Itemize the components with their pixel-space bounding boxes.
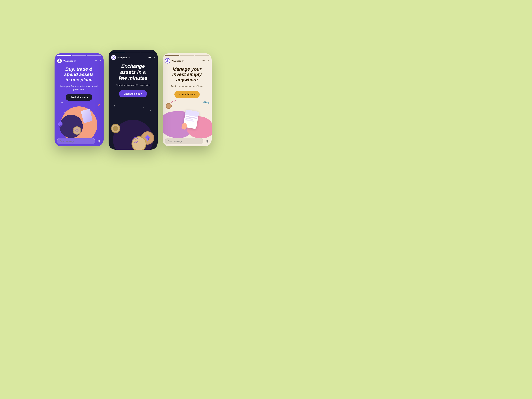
avatar-left (57, 58, 62, 63)
svg-text:₿: ₿ (76, 130, 77, 132)
close-right[interactable]: × (208, 59, 209, 62)
subtitle-center: Started to discover 100+ currencies (113, 83, 154, 87)
username-right: Walspace (171, 60, 182, 62)
cta-right[interactable]: Check this out (174, 91, 200, 98)
progress-bar-3 (87, 55, 101, 56)
title-center: Exchangeassets in afew minutes (113, 63, 154, 81)
svg-rect-2 (59, 61, 60, 61)
svg-text:₿: ₿ (135, 139, 136, 142)
svg-rect-20 (167, 61, 168, 61)
progress-bar-r3 (195, 55, 209, 56)
progress-bar-c1 (111, 52, 125, 52)
progress-bars-left (55, 53, 104, 56)
dots-left[interactable]: ••• (94, 59, 97, 62)
dots-right[interactable]: ••• (202, 59, 205, 62)
story-header-left: Walspace 1h ••• × (55, 57, 104, 64)
send-icon-left[interactable] (97, 139, 101, 144)
title-right: Manage yourinvest simplyanywhere (167, 66, 208, 83)
tool-icon: 🔧 (202, 99, 210, 106)
svg-marker-9 (98, 140, 100, 142)
send-input-left[interactable] (57, 138, 95, 144)
content-center: Exchangeassets in afew minutes Started t… (108, 63, 158, 97)
illustration-center: ₿ ✦ ✦ ✦ (108, 103, 158, 150)
username-left: Walspace (63, 60, 74, 62)
sparkle-c1: ✦ (114, 105, 115, 107)
content-right: Manage yourinvest simplyanywhere Track c… (163, 66, 212, 98)
illustration-right: 🔧 (163, 98, 212, 138)
coin-roll-center (111, 124, 120, 133)
title-left-bold: Buy, trade (65, 66, 88, 72)
story-header-right: Walspace 1h ••• × (163, 57, 212, 64)
title-left: Buy, trade &spend assetsin one place (58, 66, 100, 83)
arrow-deco: ⤴ (96, 103, 100, 108)
sparkle-3: ✦ (64, 111, 65, 113)
content-left: Buy, trade &spend assetsin one place Mov… (55, 66, 104, 101)
progress-bar-1 (57, 55, 71, 56)
progress-bars-right (163, 53, 212, 56)
progress-bar-c3 (141, 52, 155, 52)
close-center[interactable]: × (153, 56, 155, 59)
time-center: 1h (128, 57, 130, 58)
avatar-center (111, 55, 116, 60)
dots-center[interactable]: ••• (148, 56, 152, 59)
send-bar-right (165, 138, 209, 144)
progress-bar-r1 (165, 55, 179, 56)
progress-bar-c2 (126, 52, 140, 52)
phone-right: Walspace 1h ••• × Manage yourinvest simp… (163, 53, 212, 146)
svg-rect-12 (113, 57, 114, 58)
story-header-center: Walspace 1h ••• × (108, 53, 158, 61)
small-coin-right (166, 103, 172, 109)
time-left: 1h (74, 60, 76, 62)
phones-container: Walspace 1h ••• × Buy, trade &spend asse… (55, 50, 212, 150)
close-left[interactable]: × (99, 59, 101, 62)
progress-bar-r2 (180, 55, 194, 56)
coin-btc-center: ₿ (132, 136, 146, 150)
phone-center: Walspace 1h ••• × Exchangeassets in afew… (108, 50, 158, 150)
time-right: 1h (182, 60, 184, 62)
blob-left-dark (59, 115, 83, 138)
subtitle-right: Track crypto assets more efficient (167, 85, 208, 88)
send-bar-left (57, 138, 101, 144)
username-center: Walspace (118, 56, 127, 59)
send-input-right[interactable] (165, 138, 203, 144)
avatar-right (165, 58, 170, 63)
cta-center[interactable]: Check this out ✦ (119, 90, 147, 97)
sparkle-c3: ✦ (143, 106, 144, 108)
coin-left: ₿ (73, 126, 81, 135)
subtitle-left: Move your finances to the most trusted p… (58, 85, 100, 91)
sparkle-c2: ✦ (150, 110, 151, 111)
sparkle-1: ✦ (61, 101, 63, 104)
eth-diamond (58, 121, 63, 128)
chart-deco-right (171, 99, 177, 104)
phone-left: Walspace 1h ••• × Buy, trade &spend asse… (55, 53, 104, 146)
svg-marker-22 (206, 140, 208, 142)
progress-bar-2 (72, 55, 86, 56)
illustration-left: ₿ ✦ ✦ ✦ ⤴ (55, 98, 104, 138)
progress-bars-center (108, 50, 158, 52)
send-icon-right[interactable] (205, 139, 209, 144)
